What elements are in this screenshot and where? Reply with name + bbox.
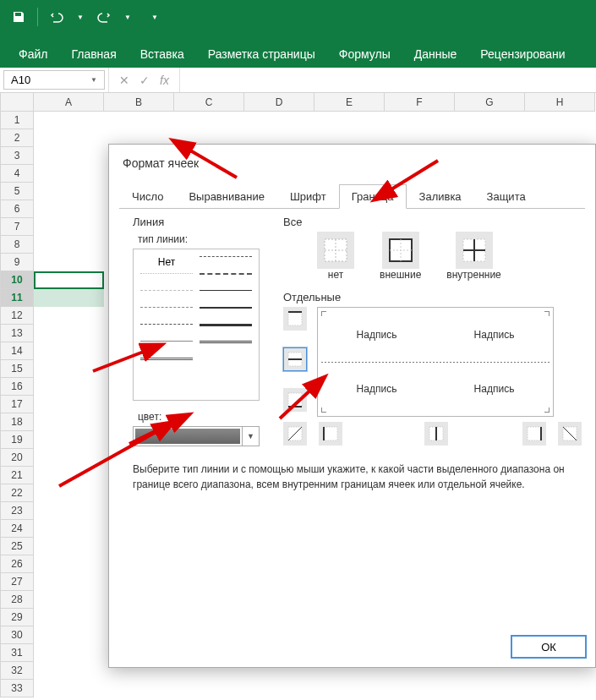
row-header[interactable]: 16: [0, 378, 34, 396]
line-style-option[interactable]: [200, 324, 252, 334]
col-header[interactable]: C: [174, 93, 244, 112]
border-preview[interactable]: Надпись Надпись Надпись Надпись: [317, 307, 554, 417]
row-header[interactable]: 26: [0, 555, 34, 573]
col-header[interactable]: D: [244, 93, 314, 112]
row-header[interactable]: 28: [0, 591, 34, 609]
row-header[interactable]: 10: [0, 271, 34, 289]
ribbon-tab-file[interactable]: Файл: [7, 41, 59, 68]
row-header[interactable]: 20: [0, 449, 34, 467]
undo-icon[interactable]: [48, 8, 65, 25]
color-dropdown-icon[interactable]: ▼: [242, 427, 259, 446]
row-header[interactable]: 33: [0, 680, 34, 697]
row-header[interactable]: 3: [0, 147, 34, 165]
row-header[interactable]: 30: [0, 626, 34, 644]
name-box-dropdown-icon[interactable]: ▼: [90, 76, 97, 84]
col-header[interactable]: E: [314, 93, 385, 112]
cancel-icon[interactable]: ✕: [119, 74, 129, 87]
line-style-option[interactable]: [140, 358, 193, 360]
border-bottom-button[interactable]: [283, 388, 307, 412]
selected-cell[interactable]: [34, 289, 104, 307]
ribbon-tab-review[interactable]: Рецензировани: [468, 41, 577, 68]
row-header[interactable]: 24: [0, 520, 34, 538]
border-hmiddle-button[interactable]: [283, 347, 307, 371]
select-all-corner[interactable]: [0, 93, 34, 112]
confirm-icon[interactable]: ✓: [139, 74, 150, 87]
ribbon-tab-insert[interactable]: Вставка: [128, 41, 196, 68]
row-header[interactable]: 8: [0, 236, 34, 254]
ribbon-tab-home[interactable]: Главная: [59, 41, 128, 68]
row-header[interactable]: 15: [0, 360, 34, 378]
border-vmiddle-button[interactable]: [424, 422, 448, 446]
row-header[interactable]: 32: [0, 662, 34, 680]
border-right-button[interactable]: [522, 422, 546, 446]
name-box[interactable]: A10 ▼: [3, 70, 105, 90]
line-style-option[interactable]: [140, 307, 193, 317]
row-header[interactable]: 31: [0, 644, 34, 662]
line-style-option[interactable]: [200, 307, 252, 317]
row-header[interactable]: 12: [0, 307, 34, 325]
active-cell[interactable]: [34, 271, 104, 289]
dialog-tab-protect[interactable]: Защита: [474, 184, 539, 209]
border-diag-down-button[interactable]: [558, 422, 582, 446]
preset-none-button[interactable]: [317, 232, 354, 269]
row-header[interactable]: 14: [0, 342, 34, 360]
ribbon-tab-layout[interactable]: Разметка страницы: [196, 41, 327, 68]
row-headers: 1234567891011121314151617181920212223242…: [0, 112, 34, 697]
row-header[interactable]: 23: [0, 502, 34, 520]
col-header[interactable]: B: [104, 93, 174, 112]
row-header[interactable]: 13: [0, 325, 34, 342]
col-header[interactable]: F: [385, 93, 455, 112]
border-diag-up-button[interactable]: [283, 422, 307, 446]
line-style-option[interactable]: [200, 256, 252, 266]
line-style-none[interactable]: Нет: [140, 256, 193, 266]
row-header[interactable]: 2: [0, 129, 34, 147]
row-header[interactable]: 22: [0, 484, 34, 502]
line-style-option[interactable]: [140, 324, 193, 334]
col-header[interactable]: A: [34, 93, 104, 112]
dialog-tab-fill[interactable]: Заливка: [407, 184, 474, 209]
border-left-button[interactable]: [319, 422, 342, 446]
row-header[interactable]: 21: [0, 467, 34, 484]
row-header[interactable]: 1: [0, 112, 34, 129]
row-header[interactable]: 19: [0, 431, 34, 449]
ribbon-tab-data[interactable]: Данные: [402, 41, 469, 68]
dialog-tab-font[interactable]: Шрифт: [277, 184, 339, 209]
dialog-tab-number[interactable]: Число: [119, 184, 176, 209]
row-header[interactable]: 27: [0, 573, 34, 591]
formula-input[interactable]: [179, 68, 596, 92]
row-header[interactable]: 5: [0, 183, 34, 200]
preset-inside-button[interactable]: [456, 232, 493, 269]
row-header[interactable]: 7: [0, 218, 34, 236]
row-header[interactable]: 17: [0, 396, 34, 413]
line-style-option[interactable]: [200, 341, 252, 346]
qat-more-icon[interactable]: ▼: [146, 8, 163, 25]
color-picker[interactable]: ▼: [133, 426, 260, 446]
row-header[interactable]: 11: [0, 289, 34, 307]
row-header[interactable]: 4: [0, 165, 34, 183]
col-header[interactable]: H: [525, 93, 595, 112]
row-header[interactable]: 29: [0, 609, 34, 626]
dialog-tab-align[interactable]: Выравнивание: [176, 184, 276, 209]
formula-bar: A10 ▼ ✕ ✓ fx: [0, 68, 596, 93]
row-header[interactable]: 25: [0, 538, 34, 555]
line-style-option[interactable]: [140, 273, 193, 283]
undo-dropdown-icon[interactable]: ▼: [72, 8, 89, 25]
row-header[interactable]: 9: [0, 254, 34, 271]
line-style-picker[interactable]: Нет: [133, 249, 260, 401]
save-icon[interactable]: [10, 8, 27, 25]
dialog-tab-border[interactable]: Граница: [339, 184, 407, 209]
fx-icon[interactable]: fx: [160, 74, 169, 87]
ok-button[interactable]: ОК: [511, 635, 587, 659]
line-style-option[interactable]: [140, 290, 193, 300]
row-header[interactable]: 18: [0, 413, 34, 431]
line-style-option[interactable]: [140, 341, 193, 351]
redo-icon[interactable]: [96, 8, 112, 25]
line-style-option[interactable]: [200, 273, 252, 283]
border-top-button[interactable]: [283, 307, 307, 331]
preset-outline-button[interactable]: [382, 232, 419, 269]
ribbon-tab-formulas[interactable]: Формулы: [327, 41, 402, 68]
col-header[interactable]: G: [455, 93, 525, 112]
line-style-option[interactable]: [200, 290, 252, 300]
redo-dropdown-icon[interactable]: ▼: [119, 8, 136, 25]
row-header[interactable]: 6: [0, 200, 34, 218]
